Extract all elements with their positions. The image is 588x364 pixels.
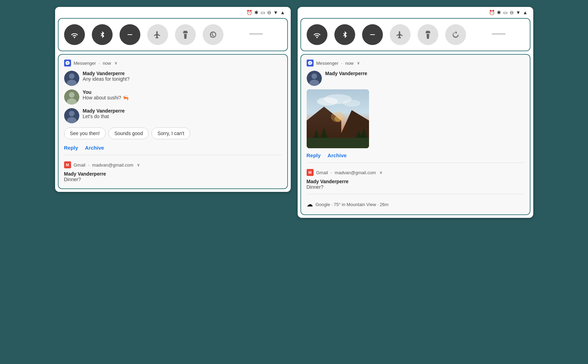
left-archive-button[interactable]: Archive [85, 143, 104, 152]
bluetooth-status-icon: ✱ [254, 10, 258, 15]
message-text-2: How about sushi? 🦐 [83, 95, 129, 100]
right-dnd-status-icon: ⊖ [510, 10, 514, 15]
gmail-icon-right: M [307, 169, 314, 176]
smart-reply-see-you[interactable]: See you then! [64, 127, 106, 139]
right-status-bar: ⏰ ✱ ▭ ⊖ ▼ ▲ [298, 7, 533, 17]
left-quick-settings [58, 18, 288, 51]
right-gmail-notification: M Gmail · madvan@gmail.com ∨ Mady Vander… [307, 166, 524, 191]
message-content-1: Mady Vanderperre Any ideas for tonight? [83, 71, 130, 82]
right-rotate-toggle[interactable] [445, 24, 466, 45]
right-reply-button[interactable]: Reply [307, 151, 321, 160]
right-messenger-notification: Messenger · now ∨ Mady Vanderperre [300, 54, 530, 215]
alarm-icon: ⏰ [246, 10, 252, 15]
right-panel-handle [492, 33, 506, 35]
smart-reply-sounds-good[interactable]: Sounds good [108, 127, 149, 139]
messenger-time: now [103, 61, 111, 66]
left-gmail-dot: · [88, 162, 89, 168]
right-archive-button[interactable]: Archive [327, 151, 346, 160]
flashlight-toggle[interactable] [175, 24, 196, 45]
left-gmail-email: madvan@gmail.com [92, 162, 133, 168]
right-messenger-time: now [345, 61, 353, 66]
messenger-dot: · [99, 61, 100, 66]
left-gmail-chevron-icon: ∨ [137, 162, 140, 167]
svg-point-8 [69, 111, 74, 116]
right-wifi-status-icon: ▼ [516, 10, 521, 15]
right-messenger-app-icon [307, 60, 314, 66]
svg-point-26 [334, 116, 341, 122]
left-gmail-subject: Dinner? [64, 177, 282, 182]
avatar-mady1 [64, 71, 79, 86]
left-gmail-header: M Gmail · madvan@gmail.com ∨ [64, 161, 282, 168]
right-gmail-label: Gmail [316, 170, 328, 175]
right-bluetooth-toggle[interactable] [334, 24, 355, 45]
right-wifi-toggle[interactable] [307, 24, 327, 45]
message-text-1: Any ideas for tonight? [83, 76, 130, 82]
airplane-toggle[interactable] [147, 24, 168, 45]
right-gmail-subject: Dinner? [307, 184, 524, 190]
divider-3 [307, 194, 524, 194]
right-messenger-chevron-icon: ∨ [357, 61, 360, 65]
messenger-header: Messenger · now ∨ [64, 60, 282, 66]
right-message-row: Mady Vanderperre [307, 71, 524, 86]
right-gmail-sender: Mady Vanderperre [307, 179, 524, 184]
sender-name-1: Mady Vanderperre [83, 71, 130, 76]
right-avatar-mady [307, 71, 322, 86]
right-messenger-header: Messenger · now ∨ [307, 60, 524, 66]
right-gmail-chevron-icon: ∨ [379, 170, 383, 175]
right-signal-icon: ▲ [523, 10, 528, 15]
messenger-app-icon [64, 60, 71, 66]
svg-rect-0 [128, 34, 132, 35]
wifi-status-icon: ▼ [273, 10, 278, 15]
message-text-3: Let's do that [83, 114, 125, 119]
svg-rect-20 [307, 138, 369, 148]
right-gmail-dot: · [331, 170, 332, 175]
right-dnd-toggle[interactable] [362, 24, 383, 45]
smart-reply-sorry[interactable]: Sorry, I can't [151, 127, 190, 139]
left-messenger-actions: Reply Archive [64, 143, 282, 152]
left-reply-button[interactable]: Reply [64, 143, 78, 152]
avatar-you [64, 89, 79, 105]
notification-image [307, 89, 369, 148]
divider-1 [64, 155, 282, 155]
cast-icon: ▭ [261, 10, 265, 15]
left-gmail-sender: Mady Vanderperre [64, 171, 282, 177]
right-cast-icon: ▭ [503, 10, 508, 15]
dnd-toggle[interactable] [120, 24, 140, 45]
google-notification: ☁ Google · 75° in Mountain View · 26m [307, 197, 524, 210]
right-messenger-actions: Reply Archive [307, 151, 524, 160]
left-messenger-notification: Messenger · now ∨ Mady Vanderperre Any i… [58, 54, 288, 189]
message-row-3: Mady Vanderperre Let's do that [64, 108, 282, 123]
wifi-toggle[interactable] [64, 24, 85, 45]
smart-replies: See you then! Sounds good Sorry, I can't [64, 127, 282, 139]
left-phone-panel: ⏰ ✱ ▭ ⊖ ▼ ▲ [55, 7, 291, 192]
gmail-icon-left: M [64, 161, 71, 168]
right-gmail-email: madvan@gmail.com [335, 170, 376, 175]
left-gmail-notification: M Gmail · madvan@gmail.com ∨ Mady Vander… [64, 158, 282, 184]
left-gmail-label: Gmail [74, 162, 86, 168]
avatar-mady2 [64, 108, 79, 123]
right-message-content: Mady Vanderperre [325, 71, 367, 76]
svg-point-17 [343, 100, 360, 107]
sender-name-3: Mady Vanderperre [83, 108, 125, 114]
message-content-2: You How about sushi? 🦐 [83, 89, 129, 100]
right-sender-name: Mady Vanderperre [325, 71, 367, 76]
google-weather-text: Google · 75° in Mountain View · 26m [316, 202, 389, 207]
right-alarm-icon: ⏰ [489, 10, 495, 15]
left-status-bar: ⏰ ✱ ▭ ⊖ ▼ ▲ [55, 7, 291, 17]
rotate-toggle[interactable] [203, 24, 223, 45]
message-row-2: You How about sushi? 🦐 [64, 89, 282, 105]
sender-name-2: You [83, 89, 129, 95]
bluetooth-toggle[interactable] [92, 24, 113, 45]
messenger-app-label: Messenger [74, 61, 96, 66]
divider-2 [307, 162, 524, 163]
messenger-chevron-icon: ∨ [114, 61, 117, 65]
panel-handle [249, 33, 263, 35]
message-row-1: Mady Vanderperre Any ideas for tonight? [64, 71, 282, 86]
signal-icon: ▲ [280, 10, 285, 15]
right-gmail-header: M Gmail · madvan@gmail.com ∨ [307, 169, 524, 176]
right-airplane-toggle[interactable] [390, 24, 411, 45]
svg-point-5 [69, 92, 74, 98]
right-messenger-dot: · [341, 61, 343, 66]
right-flashlight-toggle[interactable] [418, 24, 438, 45]
svg-point-12 [311, 73, 317, 79]
